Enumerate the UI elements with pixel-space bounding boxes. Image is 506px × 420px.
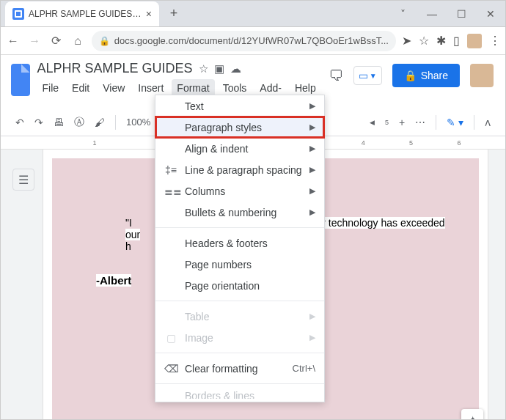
url-text: docs.google.com/document/d/12YUfWR07wL7Q… (114, 35, 389, 46)
line-spacing-icon: ‡≡ (164, 164, 177, 176)
address-bar: ← → ⟳ ⌂ 🔒 docs.google.com/document/d/12Y… (1, 27, 505, 55)
menu-divider (155, 383, 324, 384)
omnibox[interactable]: 🔒 docs.google.com/document/d/12YUfWR07wL… (92, 31, 396, 51)
zoom-value: 100% (126, 117, 150, 128)
submenu-arrow-icon: ▶ (309, 333, 315, 342)
chrome-chevron-icon[interactable]: ˅ (388, 1, 417, 27)
ruler-mark: 4 (362, 139, 409, 147)
menu-item-page-orientation[interactable]: Page orientation (155, 275, 324, 296)
chrome-menu-icon[interactable]: ⋮ (489, 34, 501, 48)
extensions-icon[interactable]: ✱ (436, 34, 446, 48)
ruler-num: 5 (385, 119, 389, 126)
text-fragment: -Albert (96, 274, 131, 287)
present-icon: ▭ (359, 70, 368, 81)
doc-title[interactable]: ALPHR SAMPLE GUIDES (37, 61, 193, 76)
menu-divider (155, 301, 324, 301)
submenu-arrow-icon: ▶ (309, 122, 315, 132)
format-menu: Text ▶ Paragraph styles ▶ Align & indent… (155, 95, 325, 402)
menu-divider (155, 353, 324, 353)
menu-item-page-numbers[interactable]: Page numbers (155, 254, 324, 275)
lock-icon: 🔒 (404, 70, 417, 81)
menu-item-bullets[interactable]: Bullets & numbering ▶ (155, 202, 324, 223)
share-url-icon[interactable]: ➤ (402, 34, 411, 48)
cloud-status-icon[interactable]: ☁ (230, 62, 241, 75)
minimize-icon[interactable]: ― (417, 1, 447, 27)
tab-close-icon[interactable]: × (146, 8, 152, 20)
chevron-down-icon: ▼ (370, 72, 377, 80)
menu-view[interactable]: View (98, 79, 130, 108)
reload-icon[interactable]: ⟳ (48, 34, 64, 48)
window-controls: ˅ ― ☐ ✕ (388, 1, 505, 27)
browser-tabstrip: ALPHR SAMPLE GUIDES - Googl × + ˅ ― ☐ ✕ (1, 1, 505, 27)
redo-icon[interactable]: ↷ (34, 117, 43, 128)
submenu-arrow-icon: ▶ (309, 101, 315, 111)
shortcut-label: Ctrl+\ (293, 363, 315, 374)
new-tab-button[interactable]: + (164, 4, 184, 24)
paint-format-icon[interactable]: 🖌 (95, 117, 105, 128)
docs-favicon-icon (12, 8, 24, 20)
outline-toggle-icon[interactable]: ☰ (12, 169, 34, 191)
ruler-mark: 6 (458, 139, 505, 147)
home-icon[interactable]: ⌂ (70, 34, 85, 48)
menu-item-headers-footers[interactable]: Headers & footers (155, 232, 324, 254)
submenu-arrow-icon: ▶ (309, 312, 315, 321)
menu-edit[interactable]: Edit (67, 79, 95, 108)
menu-item-table: Table ▶ (155, 306, 324, 327)
move-icon[interactable]: ▣ (214, 62, 224, 75)
account-avatar[interactable] (470, 64, 494, 87)
submenu-arrow-icon: ▶ (309, 207, 315, 217)
menu-item-align-indent[interactable]: Align & indent ▶ (155, 138, 324, 159)
print-icon[interactable]: 🖶 (54, 117, 64, 128)
ruler-mark: 1 (92, 139, 140, 147)
menu-item-text[interactable]: Text ▶ (155, 95, 324, 117)
maximize-icon[interactable]: ☐ (447, 1, 476, 27)
reading-list-icon[interactable]: ▯ (453, 34, 460, 48)
submenu-arrow-icon: ▶ (309, 165, 315, 174)
share-label: Share (421, 70, 448, 81)
separator (115, 115, 116, 130)
clear-format-icon: ⌫ (164, 363, 177, 375)
text-fragment: "I (125, 217, 132, 229)
spellcheck-icon[interactable]: Ⓐ (74, 116, 84, 129)
close-window-icon[interactable]: ✕ (476, 1, 505, 27)
tab-title: ALPHR SAMPLE GUIDES - Googl (29, 9, 142, 19)
share-button[interactable]: 🔒 Share (392, 64, 460, 87)
submenu-arrow-icon: ▶ (309, 144, 315, 153)
separator (474, 115, 474, 130)
image-icon: ▢ (164, 332, 177, 344)
profile-avatar-icon[interactable] (467, 34, 482, 48)
menu-file[interactable]: File (37, 79, 65, 108)
menu-item-clear-formatting[interactable]: ⌫ Clear formatting Ctrl+\ (155, 358, 324, 379)
undo-icon[interactable]: ↶ (15, 117, 24, 128)
bookmark-icon[interactable]: ☆ (419, 34, 429, 48)
menu-item-columns[interactable]: ≣≣ Columns ▶ (155, 180, 324, 202)
separator (436, 115, 436, 130)
comments-icon[interactable]: 🗨 (329, 67, 343, 84)
back-icon[interactable]: ← (5, 34, 21, 48)
menu-item-borders: Borders & lines (155, 388, 324, 399)
forward-icon: → (26, 34, 42, 48)
editing-mode-icon[interactable]: ✎ ▾ (447, 117, 463, 128)
indent-increase-icon[interactable]: + (399, 117, 405, 128)
menu-divider (155, 227, 324, 228)
docs-logo-icon[interactable] (11, 64, 30, 96)
menu-item-image: ▢ Image ▶ (155, 327, 324, 348)
explore-button[interactable]: ✦ (461, 409, 483, 420)
columns-icon: ≣≣ (164, 185, 177, 197)
more-icon[interactable]: ⋯ (415, 117, 425, 128)
indent-decrease-icon[interactable]: ◀ (370, 119, 375, 126)
lock-icon: 🔒 (99, 36, 110, 46)
submenu-arrow-icon: ▶ (309, 186, 315, 196)
ruler-mark: 5 (409, 139, 457, 147)
menu-item-paragraph-styles[interactable]: Paragraph styles ▶ (155, 117, 324, 138)
browser-tab[interactable]: ALPHR SAMPLE GUIDES - Googl × (5, 1, 159, 26)
menu-item-line-spacing[interactable]: ‡≡ Line & paragraph spacing ▶ (155, 159, 324, 180)
present-button[interactable]: ▭ ▼ (353, 66, 382, 85)
star-icon[interactable]: ☆ (199, 62, 208, 75)
collapse-icon[interactable]: ʌ (485, 117, 491, 128)
text-fragment: h (125, 240, 131, 252)
